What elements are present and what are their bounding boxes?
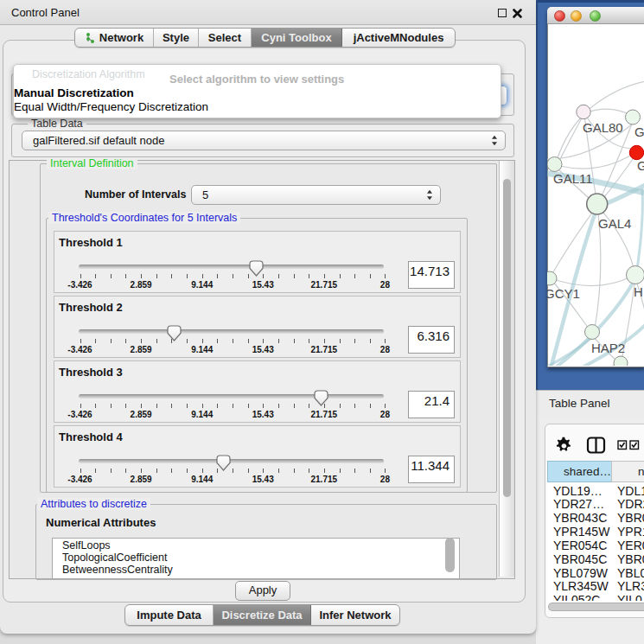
svg-text:GA: GA [634, 124, 644, 139]
svg-text:H: H [634, 284, 643, 299]
svg-text:GAL4: GAL4 [598, 216, 631, 231]
svg-text:GCY1: GCY1 [547, 286, 580, 301]
svg-text:GAL80: GAL80 [583, 120, 623, 135]
svg-text:HAP2: HAP2 [591, 341, 625, 355]
svg-text:GAL11: GAL11 [553, 171, 593, 186]
svg-text:G: G [637, 158, 644, 173]
